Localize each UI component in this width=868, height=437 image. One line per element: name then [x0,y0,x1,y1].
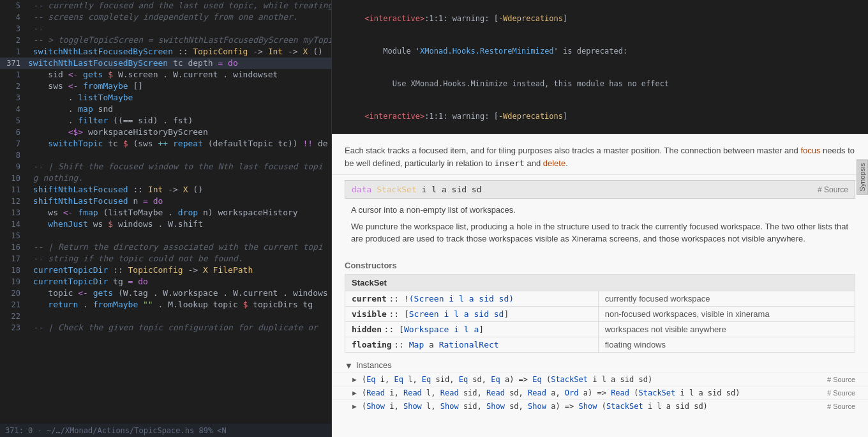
line-num-l5: 5 [0,115,26,126]
term-line-2: Module 'XMonad.Hooks.RestoreMinimized' i… [337,35,863,68]
field-type-current: :: ! [389,294,408,303]
code-line-l13: 13 ws <- fmap (listToMaybe . drop n) wor… [0,207,331,218]
term-line-1: <interactive>:1:1: warning: [-Wdeprecati… [337,3,863,35]
expand-show-icon[interactable]: ► [351,402,358,410]
field-desc-floating: floating windows [598,337,855,352]
terminal-pane: <interactive>:1:1: warning: [-Wdeprecati… [332,0,868,134]
code-line-l12: 12 shiftNthLastFocused n = do [0,195,331,207]
line-num-l16: 16 [0,241,26,253]
field-type-link-visible[interactable]: Screen i l a sid sd [409,309,504,319]
field-name-floating: floating [352,340,392,349]
status-bar-text: 371: 0 - ~/…/XMonad/Actions/TopicSpace.h… [5,426,227,435]
line-num-l1: 1 [0,69,26,80]
instance-eq-source[interactable]: # Source [827,376,855,383]
field-type-link-current[interactable]: (Screen i l a sid sd) [409,294,514,303]
line-num-l14: 14 [0,218,26,230]
field-name-visible: visible [352,309,387,319]
code-line-l19: 19 currentTopicDir tg = do [0,276,331,288]
expand-eq-icon[interactable]: ► [351,376,358,383]
line-content-l23: -- | Check the given topic configuration… [26,322,331,334]
line-num-l21: 21 [0,299,26,310]
line-num-l15: 15 [0,230,26,241]
code-line-l3: 3 . listToMaybe [0,92,331,103]
field-type-link-hidden[interactable]: Workspace i l a [404,325,479,334]
code-line-5: 5 -- currently focused and the last used… [0,0,331,12]
field-row-floating: floating :: Map a RationalRect floating … [345,337,855,352]
field-type-link-rr[interactable]: RationalRect [439,340,499,349]
line-num-l18: 18 [0,264,26,276]
field-name-current: current [352,294,387,303]
doc-pane: Synopsis Each stack tracks a focused ite… [332,134,868,437]
constructors-label: Constructors [345,261,868,270]
code-line-l4: 4 . map snd [0,103,331,115]
instance-show-text: (Show i, Show l, Show sid, Show sd, Show… [362,402,827,411]
line-content-2: -- > toggleTopicScreen = switchNthLastFo… [26,34,331,46]
code-line-371: 371 switchNthLastFocusedByScreen tc dept… [0,57,331,69]
instance-read-text: (Read i, Read l, Read sid, Read sd, Read… [362,388,827,397]
line-content-l17: -- string if the topic could not be foun… [26,253,331,264]
line-content-l19: currentTopicDir tg = do [26,276,331,288]
synopsis-tab[interactable]: Synopsis [857,160,868,195]
code-line-l9: 9 -- | Shift the focused window to the N… [0,161,331,172]
doc-para-1: A cursor into a non-empty list of worksp… [351,204,855,217]
insert-word: insert [495,158,525,168]
line-num-l4: 4 [0,103,26,115]
right-pane: <interactive>:1:1: warning: [-Wdeprecati… [332,0,868,437]
code-line-l5: 5 . filter ((== sid) . fst) [0,115,331,126]
line-content-l3: . listToMaybe [26,92,331,103]
line-content-371: switchNthLastFocusedByScreen tc depth = … [26,57,331,69]
line-num-l11: 11 [0,184,26,195]
line-content-l6: <$> workspaceHistoryByScreen [26,126,331,138]
code-line-l2: 2 sws <- fromMaybe [] [0,80,331,92]
expand-read-icon[interactable]: ► [351,389,358,397]
line-content-l9: -- | Shift the focused window to the Nth… [26,161,331,172]
line-num-l6: 6 [0,126,26,138]
line-content-l13: ws <- fmap (listToMaybe . drop n) worksp… [26,207,331,218]
line-num-1: 1 [0,46,26,57]
code-line-l14: 14 whenJust ws $ windows . W.shift [0,218,331,230]
line-content-l11: shiftNthLastFocused :: Int -> X () [26,184,331,195]
line-num-l12: 12 [0,195,26,207]
constructor-header: StackSet [345,274,855,291]
field-name-hidden: hidden [352,325,382,334]
line-content-l21: return . fromMaybe "" . M.lookup topic $… [26,299,331,310]
status-bar: 371: 0 - ~/…/XMonad/Actions/TopicSpace.h… [0,423,331,437]
line-num-l19: 19 [0,276,26,288]
line-content-l7: switchTopic tc $ (sws ++ repeat (default… [26,138,331,150]
term-line-4: <interactive>:1:1: warning: [-Wdeprecati… [337,100,863,133]
code-line-l18: 18 currentTopicDir :: TopicConfig -> X F… [0,264,331,276]
field-type-link-map[interactable]: Map [409,340,424,349]
line-content-l14: whenJust ws $ windows . W.shift [26,218,331,230]
code-line-l11: 11 shiftNthLastFocused :: Int -> X () [0,184,331,195]
line-content-l12: shiftNthLastFocused n = do [26,195,331,207]
code-line-2: 2 -- > toggleTopicScreen = switchNthLast… [0,34,331,46]
line-num-5: 5 [0,0,26,12]
line-num-l2: 2 [0,80,26,92]
instance-read-source[interactable]: # Source [827,389,855,397]
line-content-l4: . map snd [26,103,331,115]
line-num-l17: 17 [0,253,26,264]
line-content-1: switchNthLastFocusedByScreen :: TopicCon… [26,46,331,57]
line-num-l7: 7 [0,138,26,150]
code-line-l15: 15 [0,230,331,241]
line-num-3: 3 [0,23,26,34]
field-type-hidden: :: [ [384,325,404,334]
code-line-3: 3 -- [0,23,331,34]
line-content-l16: -- | Return the directory associated wit… [26,241,331,253]
field-desc-hidden: workspaces not visible anywhere [598,321,855,337]
collapse-instances-icon[interactable]: ▼ [345,361,352,369]
code-line-l6: 6 <$> workspaceHistoryByScreen [0,126,331,138]
doc-body: A cursor into a non-empty list of worksp… [332,204,868,254]
code-line-l10: 10 g nothing. [0,172,331,184]
instance-show-source[interactable]: # Source [827,402,855,410]
data-decl-bar: data StackSet i l a sid sd # Source [345,180,855,199]
instance-eq-text: (Eq i, Eq l, Eq sid, Eq sd, Eq a) => Eq … [362,375,827,384]
data-source-link[interactable]: # Source [818,185,848,194]
instance-row-show: ► (Show i, Show l, Show sid, Show sd, Sh… [332,399,868,413]
code-line-l8: 8 [0,150,331,161]
field-desc-current: currently focused workspace [598,291,855,306]
code-line-l16: 16 -- | Return the directory associated … [0,241,331,253]
code-line-l21: 21 return . fromMaybe "" . M.lookup topi… [0,299,331,310]
line-content-l2: sws <- fromMaybe [] [26,80,331,92]
code-line-l7: 7 switchTopic tc $ (sws ++ repeat (defau… [0,138,331,150]
